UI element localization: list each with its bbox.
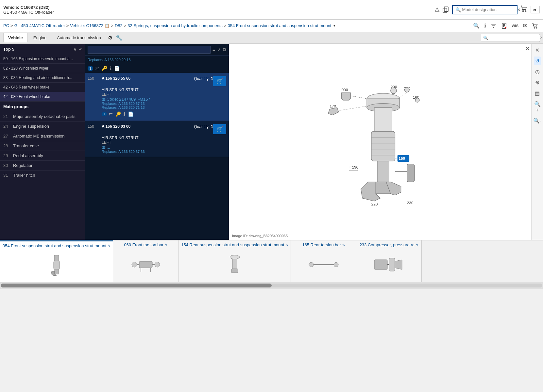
thumb-svg-054: [45, 253, 68, 276]
part-actions-1: 1 ⇄ 🔑 ℹ 📄: [102, 111, 226, 117]
thumb-svg-060: [129, 253, 162, 276]
sidebar-item-rear-wheel-brake[interactable]: 42 - 045 Rear wheel brake: [0, 83, 85, 92]
horizontal-scrollbar[interactable]: [0, 282, 543, 289]
tab-icon-settings[interactable]: ⚙: [107, 33, 114, 42]
action-info-1[interactable]: ℹ: [123, 111, 126, 117]
thumb-edit-054[interactable]: ✎: [108, 244, 110, 248]
zoom-in-diagram[interactable]: 🔍+: [532, 100, 543, 114]
breadcrumb-group[interactable]: 32 Springs, suspension and hydraulic com…: [127, 23, 223, 28]
action-doc[interactable]: 📄: [113, 65, 120, 72]
sidebar-top5-header: Top 5 ∧ «: [0, 44, 85, 54]
group-name-28: Transfer case: [13, 143, 39, 148]
part-item-150-1[interactable]: 150 A 166 320 55 66 Quantity: 1 🛒 AIR SP…: [85, 73, 229, 121]
sidebar-collapse-btn[interactable]: ∧: [73, 46, 76, 52]
strut-upper: [374, 107, 392, 131]
sidebar-group-24[interactable]: 24 Engine suspension: [0, 122, 85, 131]
thumb-154[interactable]: 154 Rear suspension strut and suspension…: [178, 240, 291, 282]
sidebar-item-expansion-reservoir[interactable]: 50 - 165 Expansion reservoir, mount a...: [0, 54, 85, 64]
table-view-btn[interactable]: ▤: [534, 89, 541, 98]
breadcrumb-d82[interactable]: D82: [115, 23, 123, 28]
tab-engine[interactable]: Engine: [28, 33, 51, 42]
part-replaces-1b[interactable]: Replaces: A 166 320 71 13: [102, 106, 226, 109]
thumb-060[interactable]: 060 Front torsion bar ✎: [113, 240, 178, 282]
leader-170: [338, 106, 366, 111]
zoom-in-btn[interactable]: 🔍: [472, 22, 481, 29]
part-170: [328, 107, 338, 115]
action-doc-1[interactable]: 📄: [127, 111, 134, 117]
parts-list-view-btn[interactable]: ≡: [212, 47, 215, 52]
tab-search-input[interactable]: [488, 35, 540, 41]
sidebar-group-27[interactable]: 27 Automatic MB transmission: [0, 131, 85, 141]
thumb-233[interactable]: 233 Compressor, pressure re ✎: [356, 240, 422, 282]
action-sync[interactable]: ⇄: [94, 65, 100, 72]
tabs: Vehicle Engine Automatic transmission ⚙ …: [3, 33, 124, 42]
search-input[interactable]: [462, 7, 517, 12]
breadcrumb-vehicle-line[interactable]: GL 450 4MATIC Off-roader: [14, 23, 65, 28]
mail-btn[interactable]: ✉: [522, 22, 529, 29]
info-btn[interactable]: ℹ: [483, 22, 487, 29]
code-text-1: Code: 214+489+-M157;: [107, 97, 151, 102]
sidebar-item-heating-ac[interactable]: 83 - 035 Heating and air conditioner h..…: [0, 73, 85, 83]
sidebar-item-windshield-wiper[interactable]: 82 - 120 Windshield wiper: [0, 64, 85, 73]
sidebar-group-31[interactable]: 31 Trailer hitch: [0, 171, 85, 180]
breadcrumb-dropdown-icon[interactable]: ▼: [333, 24, 336, 27]
thumb-edit-154[interactable]: ✎: [285, 243, 288, 247]
copy-icon-btn[interactable]: [442, 6, 450, 13]
sidebar-group-30[interactable]: 30 Regulation: [0, 161, 85, 171]
wis-btn[interactable]: WIS: [510, 23, 520, 28]
action-info[interactable]: ℹ: [109, 65, 112, 72]
tab-search-clear[interactable]: ✕: [540, 36, 543, 40]
group-name-27: Automatic MB transmission: [13, 134, 65, 139]
language-btn[interactable]: en: [531, 6, 540, 13]
warning-icon-btn[interactable]: ⚠: [434, 6, 440, 13]
action-sync-1[interactable]: ⇄: [108, 111, 113, 117]
thumb-054[interactable]: 054 Front suspension strut and suspensio…: [0, 240, 113, 282]
vehicle-copy-icon[interactable]: 📋: [105, 24, 110, 28]
part-item-150-2[interactable]: 150 A 166 320 03 00 Quantity: 1 🛒 AIR SP…: [85, 121, 229, 157]
sidebar-item-front-wheel-brake[interactable]: 42 - 030 Front wheel brake: [0, 92, 85, 102]
grid-icon-2: ▦: [102, 145, 106, 150]
doc-btn[interactable]: 1: [500, 22, 508, 29]
sidebar-close-btn[interactable]: «: [79, 46, 82, 52]
leader-900: [350, 96, 367, 99]
breadcrumb-subgroup[interactable]: 054 Front suspension strut and suspensio…: [228, 23, 331, 28]
group-num-31: 31: [3, 173, 10, 178]
scrollbar-track[interactable]: [1, 284, 542, 287]
parts-list-detach-btn[interactable]: ⧉: [223, 47, 226, 53]
part-code-line-2: ▦ ...: [102, 145, 226, 150]
thumb-edit-233[interactable]: ✎: [416, 243, 418, 247]
breadcrumb-pc[interactable]: PC: [3, 23, 9, 28]
parts-list-expand-btn[interactable]: ⤢: [217, 47, 221, 52]
part-replaces-2[interactable]: Replaces: A 166 320 67 66: [102, 150, 226, 154]
scrollbar-thumb[interactable]: [1, 284, 272, 287]
sidebar-group-21[interactable]: 21 Major assembly detachable parts: [0, 112, 85, 122]
top-cart-btn[interactable]: [520, 5, 528, 14]
parts-search-input[interactable]: [88, 46, 211, 54]
tab-automatic-transmission[interactable]: Automatic transmission: [52, 33, 106, 42]
top-search-box[interactable]: 🔍 ✕: [452, 5, 518, 14]
thumb-edit-060[interactable]: ✎: [165, 243, 167, 247]
history-btn[interactable]: ◷: [534, 67, 541, 76]
sync-view-btn[interactable]: ↺: [534, 57, 541, 65]
add-to-cart-2[interactable]: 🛒: [213, 124, 226, 134]
tab-icon-list[interactable]: 🔧: [114, 33, 124, 42]
svg-rect-25: [232, 259, 237, 269]
sidebar-group-29[interactable]: 29 Pedal assembly: [0, 151, 85, 161]
toolbar-cart-btn[interactable]: [531, 22, 540, 29]
action-key[interactable]: 🔑: [101, 65, 108, 72]
action-key-1[interactable]: 🔑: [115, 111, 122, 117]
breadcrumb-vehicle-id[interactable]: Vehicle: C166872: [70, 23, 103, 28]
diagram-image-id: Image ID: drawing_B32054000065: [232, 234, 288, 238]
tab-search-container[interactable]: 🔍 ✕: [481, 34, 540, 42]
thumb-165[interactable]: 165 Rear torsion bar ✎: [291, 240, 356, 282]
close-panel-btn[interactable]: ✕: [534, 46, 541, 55]
thumb-edit-165[interactable]: ✎: [342, 243, 345, 247]
filter-btn[interactable]: [489, 23, 498, 29]
add-to-cart-1[interactable]: 🛒: [213, 76, 226, 86]
sidebar-group-28[interactable]: 28 Transfer case: [0, 141, 85, 151]
zoom-out-diagram[interactable]: 🔍-: [532, 116, 543, 125]
part-replaces-1a[interactable]: Replaces: A 166 320 67 13: [102, 102, 226, 106]
group-num-21: 21: [3, 114, 10, 119]
crosshair-btn[interactable]: ⊕: [534, 78, 541, 87]
tab-vehicle[interactable]: Vehicle: [3, 33, 28, 42]
